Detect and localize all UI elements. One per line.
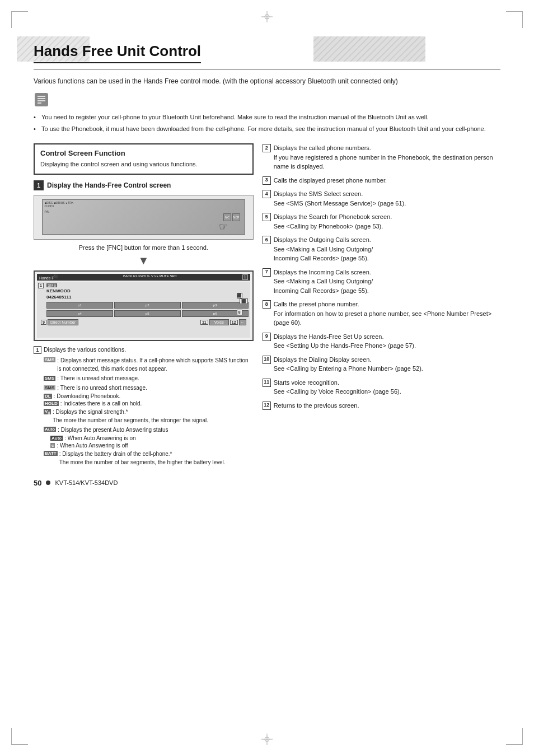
header-section: Hands Free Unit Control xyxy=(34,34,500,69)
sub-auto-off-text: : When Auto Answering is off xyxy=(57,442,128,449)
hf-voice-btn[interactable]: Voice xyxy=(209,319,229,325)
right-item-6: 6 Displays the Outgoing Calls screen.See… xyxy=(263,235,500,263)
right-text-11: Starts voice recognition.See <Calling by… xyxy=(274,378,500,396)
right-num-11: 11 xyxy=(263,379,271,387)
footer-dot xyxy=(46,480,50,485)
page-number: 50 xyxy=(34,479,41,487)
right-num-9: 9 xyxy=(263,333,271,341)
hf-btn-p2[interactable]: p2 xyxy=(114,302,181,309)
hf-number-row: 0426485111 ⬛ xyxy=(46,295,249,300)
cond-sub-items: SMS : Displays short message status. If … xyxy=(34,356,254,466)
sub-auto-ans: Auto : Displays the present Auto Answeri… xyxy=(44,426,254,434)
right-text-2: Displays the called phone numbers.If you… xyxy=(274,143,500,171)
corner-mark-tr xyxy=(506,11,523,28)
badge-sms-main: SMS xyxy=(44,357,55,362)
hf-title-bar: Hands F⬛ BACK RL FWD V- V V+ MUTE SRC 1 xyxy=(37,274,250,281)
hf-name-row: KENWOOD xyxy=(46,288,249,293)
step-1-header: 1 Display the Hands-Free Control screen xyxy=(34,180,254,190)
cond-text-1: Displays the various conditions. xyxy=(44,346,126,354)
sub-sms-main-text: : Displays short message status. If a ce… xyxy=(57,356,253,373)
sub-sms-unread: SMS : There is unread short message. xyxy=(44,374,254,382)
hf-sms-row: SMS xyxy=(46,283,249,287)
right-num-2: 2 xyxy=(263,144,271,152)
bullet-item-2: To use the Phonebook, it must have been … xyxy=(34,124,500,134)
right-text-7: Displays the Incoming Calls screen.See <… xyxy=(274,268,500,296)
sub-sms-no-unread-text: : There is no unread short message. xyxy=(57,384,147,392)
right-num-7: 7 xyxy=(263,268,271,277)
screen-status-labels: ■DISC ■SIRIUS ● TRK CLOCK P/N xyxy=(45,201,74,213)
right-item-9: 9 Displays the Hands-Free Set Up screen.… xyxy=(263,332,500,351)
cond-num-1: 1 xyxy=(34,346,41,354)
right-text-3: Calls the displayed preset phone number. xyxy=(274,176,500,185)
hf-overlay-9: 9 xyxy=(41,320,46,325)
sub-dl-text: : Downloading Phonebook. xyxy=(54,393,121,399)
right-item-10: 10 Displays the Dialing Display screen.S… xyxy=(263,355,500,374)
sub-hold: HOLD : Indicates there is a call on hold… xyxy=(44,400,254,407)
hf-direct-num-btn[interactable]: Direct Number xyxy=(48,319,78,325)
note-icon xyxy=(34,92,500,109)
hf-num-1: 1 xyxy=(242,274,248,280)
sub-batt-text: : Displays the battery drain of the cell… xyxy=(59,450,226,466)
badge-sms-unread: SMS xyxy=(44,376,55,381)
crosshair-bottom xyxy=(261,734,273,745)
right-text-9: Displays the Hands-Free Set Up screen.Se… xyxy=(274,332,500,351)
step-1-num: 1 xyxy=(34,180,44,190)
right-item-7: 7 Displays the Incoming Calls screen.See… xyxy=(263,268,500,296)
press-text: Press the [FNC] button for more than 1 s… xyxy=(34,244,254,251)
right-text-12: Returns to the previous screen. xyxy=(274,401,500,410)
hf-name: KENWOOD xyxy=(46,288,71,293)
hf-back-btn[interactable]: ← xyxy=(239,319,246,325)
conditions-section: 1 Displays the various conditions. SMS :… xyxy=(34,346,254,466)
hf-btn-p3[interactable]: p3 xyxy=(182,302,249,309)
right-item-11: 11 Starts voice recognition.See <Calling… xyxy=(263,378,500,396)
hf-btn-p5[interactable]: p5 xyxy=(114,310,181,317)
hf-title-label: Hands F⬛ xyxy=(39,274,58,280)
right-num-5: 5 xyxy=(263,213,271,221)
right-items-list: 2 Displays the called phone numbers.If y… xyxy=(263,143,500,410)
right-num-12: 12 xyxy=(263,402,271,410)
screen-inner: ■DISC ■SIRIUS ● TRK CLOCK P/N MC NCP ☞ xyxy=(42,199,246,235)
hf-btn-row2: p4 p5 p6 xyxy=(46,310,249,317)
sub-sms-main: SMS : Displays short message status. If … xyxy=(44,356,254,373)
cond-item-1: 1 Displays the various conditions. xyxy=(34,346,254,354)
right-item-5: 5 Displays the Search for Phonebook scre… xyxy=(263,212,500,231)
right-text-8: Calls the preset phone number.For inform… xyxy=(274,300,500,328)
right-text-4: Displays the SMS Select screen.See <SMS … xyxy=(274,189,500,208)
right-num-10: 10 xyxy=(263,356,271,364)
btn-mc: MC xyxy=(223,213,231,221)
right-item-12: 12 Returns to the previous screen. xyxy=(263,401,500,410)
badge-sms-no-unread: SMS xyxy=(44,385,55,390)
hf-sms-badge: SMS xyxy=(46,283,57,287)
hf-overlay-3: ⬛ xyxy=(237,293,242,298)
hf-overlay-8: 8 xyxy=(237,310,242,315)
corner-mark-tl xyxy=(11,11,28,28)
col-left: Control Screen Function Displaying the c… xyxy=(34,143,254,468)
sub-batt: BATT : Displays the battery drain of the… xyxy=(44,450,254,466)
right-num-6: 6 xyxy=(263,236,271,244)
btn-ncp: NCP xyxy=(232,213,240,221)
sub-auto-off: c : When Auto Answering is off xyxy=(44,442,254,449)
sub-dl: DL : Downloading Phonebook. xyxy=(44,393,254,399)
sub-sms-no-unread: SMS : There is no unread short message. xyxy=(44,384,254,392)
hf-btn-p4[interactable]: p4 xyxy=(46,310,113,317)
page-title: Hands Free Unit Control xyxy=(34,38,201,63)
title-divider xyxy=(34,69,500,69)
hf-overlay-11: 11 xyxy=(200,320,208,325)
corner-mark-bl xyxy=(11,728,28,745)
corner-mark-br xyxy=(506,728,523,745)
badge-auto-on: Auto xyxy=(50,436,63,441)
badge-signal: Vil xyxy=(44,409,51,415)
badge-dl: DL xyxy=(44,394,52,399)
crosshair-top xyxy=(261,11,273,22)
hf-number: 0426485111 xyxy=(46,295,72,300)
hf-overlay-2: ⬛ xyxy=(240,298,248,304)
right-text-6: Displays the Outgoing Calls screen.See <… xyxy=(274,235,500,263)
sub-hold-text: : Indicates there is a call on hold. xyxy=(60,400,142,407)
step-1-label: Display the Hands-Free Control screen xyxy=(47,181,171,189)
hf-btn-p1[interactable]: p1 xyxy=(46,302,113,309)
right-num-8: 8 xyxy=(263,300,271,309)
hf-overlay-1: 1 xyxy=(38,283,44,288)
col-right: 2 Displays the called phone numbers.If y… xyxy=(263,143,500,468)
sub-auto-on-text: : When Auto Answering is on xyxy=(64,435,135,441)
hand-pointer-icon: ☞ xyxy=(219,221,228,233)
